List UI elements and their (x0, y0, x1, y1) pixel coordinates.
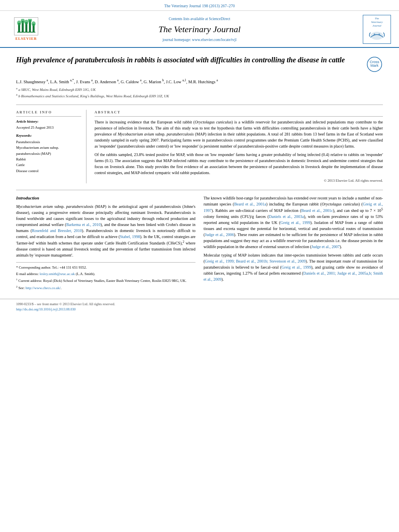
article-title: High prevalence of paratuberculosis in r… (16, 55, 367, 65)
affiliation-b: b b Biomathematics and Statistics Scotla… (16, 93, 383, 99)
homepage-url[interactable]: www.elsevier.com/locate/tvjl (192, 38, 237, 42)
svg-point-13 (378, 33, 380, 35)
article-info-abstract-section: Article Info Article history: Accepted 2… (16, 105, 383, 183)
abstract-paragraph-2: Of the rabbits sampled, 23.8% tested pos… (95, 152, 383, 176)
keyword-1: Paratuberculosis (16, 139, 81, 145)
journal-center-info: Contents lists available at ScienceDirec… (44, 16, 355, 43)
keyword-4: Rabbit (16, 156, 81, 162)
footnote-star: * Corresponding author. Tel.: +44 131 65… (16, 265, 195, 271)
journal-header: ELSEVIER Contents lists available at Sci… (0, 11, 399, 48)
svg-point-7 (21, 19, 25, 23)
keywords-label: Keywords: (16, 133, 81, 138)
elsevier-tree-icon (14, 17, 38, 35)
homepage-text: journal homepage: (162, 38, 192, 42)
journal-reference: The Veterinary Journal 198 (2013) 267–27… (164, 4, 235, 8)
homepage-line: journal homepage: www.elsevier.com/locat… (44, 37, 355, 43)
keyword-6: Disease control (16, 168, 81, 174)
main-left-column: Introduction Mycobacterium avium subsp. … (16, 195, 195, 292)
main-right-column: The known wildlife host-range for paratu… (204, 195, 383, 292)
abstract-text: There is increasing evidence that the Eu… (95, 119, 383, 176)
crossmark-logo: Cross Mark (367, 57, 383, 74)
footnote-email: E-mail address: lesley.smith@sruc.ac.uk … (16, 271, 195, 277)
intro-paragraph-1: Mycobacterium avium subsp. paratuberculo… (16, 203, 195, 258)
abstract-column: Abstract There is increasing evidence th… (95, 110, 383, 183)
right-paragraph-2: Molecular typing of MAP isolates indicat… (204, 252, 383, 282)
top-bar: The Veterinary Journal 198 (2013) 267–27… (0, 0, 399, 11)
article-body: High prevalence of paratuberculosis in r… (0, 48, 399, 299)
copyright-line: © 2013 Elsevier Ltd. All rights reserved… (95, 178, 383, 183)
svg-point-12 (374, 33, 375, 35)
affiliation-a: a a SRUC, West Mains Road, Edinburgh EH9… (16, 86, 383, 93)
bottom-bar: 1090-0233/$ – see front matter © 2013 El… (0, 299, 399, 314)
elsevier-logo-section: ELSEVIER (8, 17, 44, 41)
contents-line: Contents lists available at ScienceDirec… (44, 16, 355, 22)
keyword-5: Cattle (16, 162, 81, 168)
svg-point-9 (28, 19, 32, 23)
sciencedirect-link[interactable]: ScienceDirect (209, 17, 230, 21)
affiliations: a a SRUC, West Mains Road, Edinburgh EH9… (16, 86, 383, 99)
article-history-value: Accepted 25 August 2013 (16, 125, 81, 130)
authors-line: L.J. Shaughnessy a, L.A. Smith a,*, J. E… (16, 78, 383, 85)
elsevier-logo: ELSEVIER (8, 17, 44, 41)
main-content: Introduction Mycobacterium avium subsp. … (16, 190, 383, 292)
keywords-list: Paratuberculosis Mycobacterium avium sub… (16, 139, 81, 174)
svg-point-6 (17, 21, 21, 25)
article-title-section: High prevalence of paratuberculosis in r… (16, 55, 383, 74)
journal-logo-text: TheVeterinaryJournal (366, 17, 388, 28)
article-history-label: Article history: (16, 119, 81, 124)
issn-text: 1090-0233/$ – see front matter © 2013 El… (16, 302, 115, 306)
svg-rect-5 (17, 32, 35, 33)
svg-point-10 (32, 21, 36, 26)
journal-logo-right: TheVeterinaryJournal (355, 15, 391, 44)
journal-title: The Veterinary Journal (44, 23, 355, 36)
svg-point-8 (25, 20, 29, 25)
elsevier-wordmark: ELSEVIER (15, 36, 37, 41)
doi-link[interactable]: http://dx.doi.org/10.1016/j.tvjl.2013.08… (16, 307, 76, 311)
journal-logo-box: TheVeterinaryJournal (363, 15, 391, 44)
footnote-1: 1 Current address: Royal (Dick) School o… (16, 277, 195, 284)
abstract-paragraph-1: There is increasing evidence that the Eu… (95, 119, 383, 149)
article-info-label: Article Info (16, 110, 81, 117)
keyword-3: paratuberculosis (MAP) (16, 151, 81, 156)
contents-text: Contents lists available at (169, 17, 209, 21)
footnotes-section: * Corresponding author. Tel.: +44 131 65… (16, 262, 195, 291)
keyword-2: Mycobacterium avium subsp. (16, 145, 81, 150)
article-info-column: Article Info Article history: Accepted 2… (16, 110, 86, 183)
abstract-label: Abstract (95, 110, 383, 117)
introduction-heading: Introduction (16, 195, 195, 201)
right-paragraph-1: The known wildlife host-range for paratu… (204, 195, 383, 250)
footnote-2: 2 See: http://www.checs.co.uk/. (16, 285, 195, 291)
svg-text:Mark: Mark (370, 64, 378, 68)
